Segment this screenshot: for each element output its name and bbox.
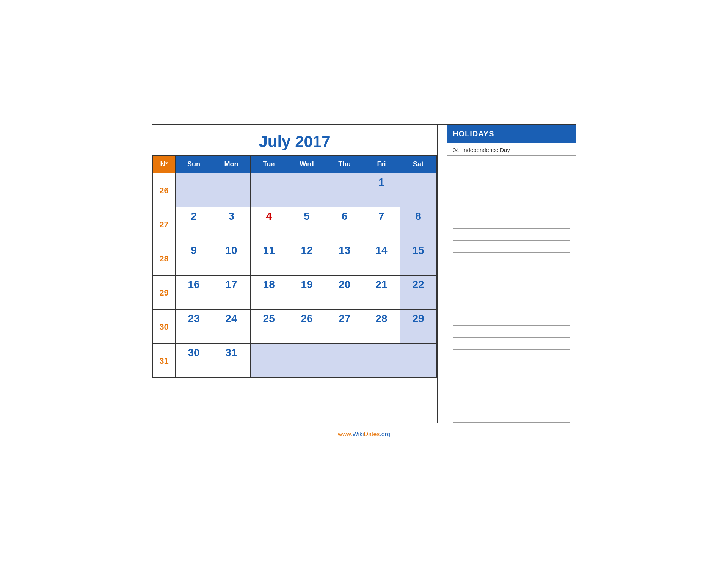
holiday-entry-1: 04: Independence Day	[447, 143, 576, 156]
day-cell: 30	[176, 344, 212, 378]
day-cell: 17	[212, 276, 251, 310]
calendar-title: July 2017	[152, 125, 437, 155]
notes-line	[453, 339, 570, 350]
day-cell: 4	[251, 207, 287, 241]
day-cell	[400, 344, 436, 378]
day-cell: 7	[363, 207, 400, 241]
day-cell	[287, 173, 326, 207]
day-cell: 16	[176, 276, 212, 310]
notes-line	[453, 376, 570, 386]
day-cell: 18	[251, 276, 287, 310]
day-cell: 2	[176, 207, 212, 241]
day-cell: 10	[212, 241, 251, 276]
header-week-num: N°	[153, 156, 176, 173]
notes-line	[453, 230, 570, 241]
notes-line	[453, 351, 570, 362]
empty-cell	[400, 173, 436, 207]
day-cell: 19	[287, 276, 326, 310]
header-thu: Thu	[326, 156, 363, 173]
header-sat: Sat	[400, 156, 436, 173]
lines-area	[447, 156, 576, 423]
day-cell	[212, 173, 251, 207]
main-content: July 2017 N° Sun Mon Tue Wed Thu Fri Sat	[152, 124, 576, 423]
day-cell: 22	[400, 276, 436, 310]
footer: www.WikiDates.org	[338, 431, 390, 438]
notes-line	[453, 169, 570, 180]
header-mon: Mon	[212, 156, 251, 173]
header-sun: Sun	[176, 156, 212, 173]
day-cell: 13	[326, 241, 363, 276]
notes-line	[453, 400, 570, 410]
day-cell: 29	[400, 310, 436, 344]
notes-line	[453, 327, 570, 338]
day-cell: 12	[287, 241, 326, 276]
header-wed: Wed	[287, 156, 326, 173]
day-cell: 3	[212, 207, 251, 241]
week-num: 30	[153, 310, 176, 344]
notes-line	[453, 206, 570, 216]
notes-line	[453, 182, 570, 192]
day-cell: 14	[363, 241, 400, 276]
day-cell	[287, 344, 326, 378]
notes-line	[453, 157, 570, 168]
notes-line	[453, 279, 570, 289]
header-fri: Fri	[363, 156, 400, 173]
day-cell	[326, 173, 363, 207]
notes-line	[453, 194, 570, 204]
day-cell: 6	[326, 207, 363, 241]
day-cell: 31	[212, 344, 251, 378]
day-cell: 11	[251, 241, 287, 276]
week-num: 27	[153, 207, 176, 241]
day-cell: 27	[326, 310, 363, 344]
footer-org: .org	[380, 431, 390, 437]
notes-line	[453, 242, 570, 253]
day-cell: 25	[251, 310, 287, 344]
day-cell: 5	[287, 207, 326, 241]
page: July 2017 N° Sun Mon Tue Wed Thu Fri Sat	[136, 109, 592, 453]
notes-line	[453, 218, 570, 229]
notes-line	[453, 315, 570, 326]
week-num: 28	[153, 241, 176, 276]
footer-www: www.	[338, 431, 352, 437]
week-num: 31	[153, 344, 176, 378]
day-cell: 21	[363, 276, 400, 310]
day-cell: 9	[176, 241, 212, 276]
day-cell	[251, 173, 287, 207]
calendar-section: July 2017 N° Sun Mon Tue Wed Thu Fri Sat	[152, 125, 438, 423]
day-cell	[176, 173, 212, 207]
day-cell: 23	[176, 310, 212, 344]
week-num: 26	[153, 173, 176, 207]
day-cell: 26	[287, 310, 326, 344]
day-cell: 24	[212, 310, 251, 344]
header-tue: Tue	[251, 156, 287, 173]
day-cell: 8	[400, 207, 436, 241]
notes-line	[453, 266, 570, 277]
calendar-grid: N° Sun Mon Tue Wed Thu Fri Sat 261272345…	[152, 155, 437, 378]
holidays-header: HOLIDAYS	[447, 125, 576, 143]
day-cell: 28	[363, 310, 400, 344]
week-num: 29	[153, 276, 176, 310]
notes-line	[453, 388, 570, 398]
holidays-section: HOLIDAYS 04: Independence Day	[447, 125, 576, 423]
footer-dates: Dates	[364, 431, 380, 437]
day-cell: 1	[363, 173, 400, 207]
day-cell	[251, 344, 287, 378]
notes-line	[453, 291, 570, 301]
notes-line	[453, 254, 570, 265]
day-cell: 15	[400, 241, 436, 276]
notes-line	[453, 412, 570, 423]
notes-line	[453, 303, 570, 313]
day-cell: 20	[326, 276, 363, 310]
day-cell	[326, 344, 363, 378]
footer-wiki: Wiki	[352, 431, 364, 437]
day-cell	[363, 344, 400, 378]
notes-line	[453, 363, 570, 374]
